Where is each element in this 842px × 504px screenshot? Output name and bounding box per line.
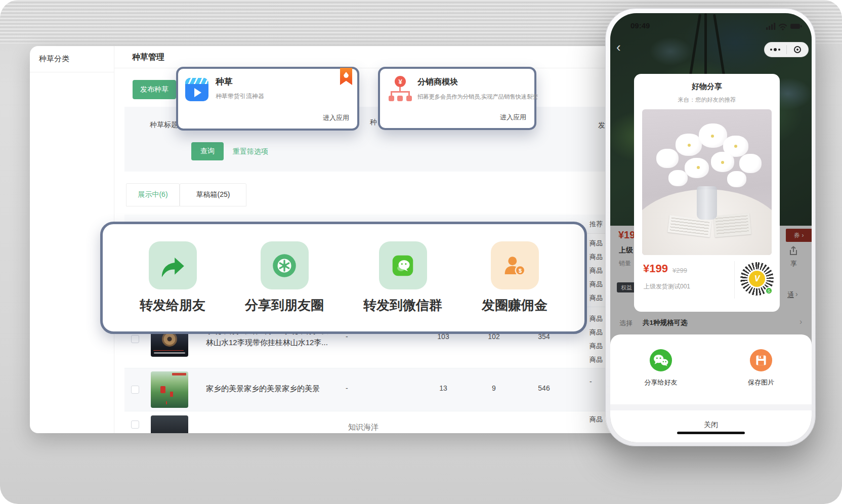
modal-divider xyxy=(734,261,735,299)
app-card-subtitle: 招募更多会员作为分销员,实现产品销售快速裂变 xyxy=(417,93,538,101)
product-photo-orchids xyxy=(642,109,772,255)
reset-filters-link[interactable]: 重置筛选项 xyxy=(233,147,268,156)
enter-app-link[interactable]: 进入应用 xyxy=(323,113,349,122)
tab-showing-label: 展示中(6) xyxy=(138,190,167,199)
cell-stat: 9 xyxy=(474,384,514,392)
product-link[interactable]: 商品 xyxy=(590,250,603,264)
share-item-label: 转发给朋友 xyxy=(140,297,205,314)
sidebar-item-seeding-category[interactable]: 种草分类 xyxy=(39,54,69,64)
row-checkbox[interactable] xyxy=(131,386,139,394)
sidebar-divider xyxy=(30,72,114,72)
earn-commission-item[interactable]: $ 发圈赚佣金 xyxy=(482,241,548,314)
product-link[interactable]: 商品 xyxy=(590,312,603,325)
cell-stat: 546 xyxy=(524,384,564,392)
close-target-icon[interactable] xyxy=(787,46,809,53)
forward-arrow-icon xyxy=(149,241,197,289)
tab-drafts-label: 草稿箱(25) xyxy=(196,190,230,199)
hot-ribbon-flame-icon xyxy=(340,68,352,85)
tab-drafts[interactable]: 草稿箱(25) xyxy=(180,183,246,206)
seeding-title-fragment: 知识海洋 xyxy=(348,423,378,432)
back-chevron-icon[interactable]: ‹ xyxy=(616,39,621,55)
share-item-label: 分享到朋友圈 xyxy=(245,297,324,314)
product-link[interactable]: 商品 xyxy=(590,291,603,305)
product-link[interactable]: 商品 xyxy=(590,412,603,426)
bottom-action-sheet: 分享给好友 保存图片 关闭 xyxy=(610,334,812,442)
tab-showing[interactable]: 展示中(6) xyxy=(126,183,180,206)
person-dollar-icon: $ xyxy=(491,241,539,289)
app-card-subtitle: 种草带货引流神器 xyxy=(216,92,264,101)
svg-text:$: $ xyxy=(519,267,522,273)
modal-product-name: 上级发货测试001 xyxy=(644,282,690,291)
app-card-title: 种草 xyxy=(216,76,233,88)
product-link[interactable]: 商品 xyxy=(590,236,603,250)
product-link[interactable]: 商品 xyxy=(590,264,603,277)
query-button[interactable]: 查询 xyxy=(191,142,224,160)
seeding-title: 家乡的美景家乡的美景家乡的美景 xyxy=(206,384,320,394)
modal-original-price: ¥299 xyxy=(672,267,687,274)
miniprogram-capsule xyxy=(764,42,809,57)
wechat-bubble-icon xyxy=(379,241,427,289)
modal-title: 好物分享 xyxy=(634,82,780,92)
row-checkbox[interactable] xyxy=(131,335,139,343)
modal-from-text: 来自：您的好友的推荐 xyxy=(634,96,780,104)
table-row[interactable]: 知识海洋 商品 xyxy=(124,411,627,433)
status-bar-time: 09:49 xyxy=(630,21,650,30)
share-to-friend-action[interactable]: 分享给好友 xyxy=(630,349,691,387)
cell-dash: - xyxy=(346,384,348,392)
product-link[interactable]: 商品 xyxy=(590,277,603,291)
sheet-divider xyxy=(610,404,812,410)
share-to-moments-item[interactable]: 分享到朋友圈 xyxy=(245,241,324,314)
more-menu-icon[interactable] xyxy=(765,48,786,51)
save-image-action[interactable]: 保存图片 xyxy=(731,349,791,387)
table-header-recommend-fragment: 推荐 xyxy=(590,220,603,229)
phone-mockup: ¥19 上级 销量 权益 券› 享 通 › 选择 共1种规格可选 › xyxy=(605,8,816,446)
video-thumbnail[interactable] xyxy=(151,415,188,433)
app-card-seeding[interactable]: 种草 种草带货引流神器 进入应用 xyxy=(176,67,359,131)
product-link[interactable]: 商品 xyxy=(590,353,603,366)
seeding-title: 林山水12李现带你挂桂林山水12李... xyxy=(206,338,328,348)
status-bar-icons xyxy=(766,22,803,30)
row-checkbox[interactable] xyxy=(131,421,139,429)
page-title: 种草管理 xyxy=(132,52,164,63)
filter-category-label-fragment: 种 xyxy=(370,118,377,127)
product-link[interactable]: 商品 xyxy=(590,339,603,353)
product-link[interactable]: 商品 xyxy=(590,325,603,339)
table-row[interactable]: 家乡的美景家乡的美景家乡的美景 - 13 9 546 - xyxy=(124,368,627,411)
save-image-label: 保存图片 xyxy=(748,378,774,387)
share-item-label: 转发到微信群 xyxy=(363,297,442,314)
modal-price: ¥199 xyxy=(643,262,668,275)
app-card-distributor[interactable]: ¥ 分销商模块 招募更多会员作为分销员,实现产品销售快速裂变 进入应用 xyxy=(378,67,536,130)
cell-dash: - xyxy=(590,377,592,386)
share-modal: 好物分享 来自：您的好友的推荐 xyxy=(634,74,780,312)
filter-title-label: 种草标题 xyxy=(150,120,178,130)
share-to-friend-label: 分享给好友 xyxy=(645,378,678,387)
app-card-title: 分销商模块 xyxy=(417,77,458,88)
distributor-app-icon: ¥ xyxy=(388,76,412,101)
share-capabilities-panel: 转发给朋友 分享到朋友圈 xyxy=(100,222,587,334)
enter-app-link[interactable]: 进入应用 xyxy=(500,113,526,122)
share-to-wechat-group-item[interactable]: 转发到微信群 xyxy=(363,241,442,314)
publish-seeding-button[interactable]: 发布种草 xyxy=(133,80,176,99)
marketing-screenshot: 种草分类 种草管理 发布种草 种草标题 种 发布 查询 重置筛选项 展示中(6)… xyxy=(0,0,842,504)
wechat-icon xyxy=(649,349,672,372)
moments-aperture-icon xyxy=(261,241,309,289)
video-thumbnail[interactable] xyxy=(151,371,188,408)
home-indicator[interactable] xyxy=(677,432,745,434)
save-floppy-icon xyxy=(749,349,773,372)
cell-stat: 13 xyxy=(423,384,464,392)
phone-screen: ¥19 上级 销量 权益 券› 享 通 › 选择 共1种规格可选 › xyxy=(610,13,812,442)
miniprogram-qr-code: V S xyxy=(740,262,774,296)
video-app-icon xyxy=(185,78,208,101)
share-to-friend-item[interactable]: 转发给朋友 xyxy=(140,241,205,314)
share-item-label: 发圈赚佣金 xyxy=(482,297,548,314)
